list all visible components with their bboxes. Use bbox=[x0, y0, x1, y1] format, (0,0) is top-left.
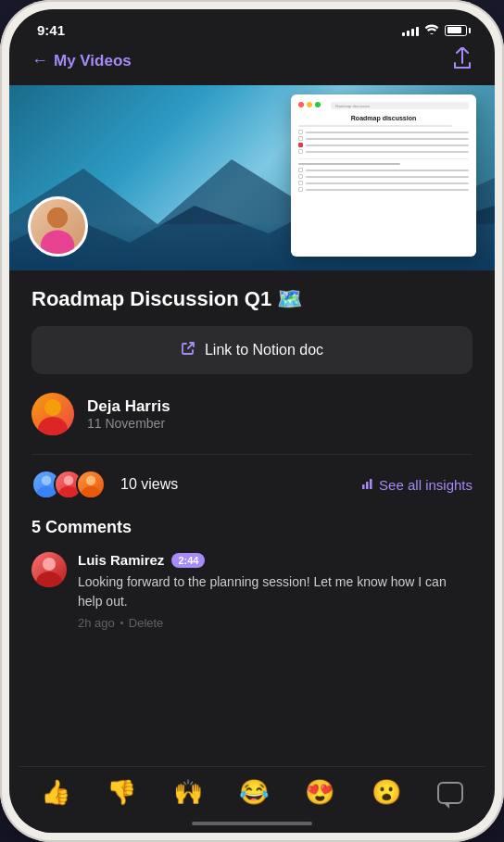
phone-frame: 9:41 ← bbox=[0, 0, 504, 842]
views-left: 10 views bbox=[32, 470, 178, 499]
svg-point-10 bbox=[82, 486, 101, 497]
svg-point-4 bbox=[38, 417, 68, 435]
views-row: 10 views See all insights bbox=[32, 470, 472, 499]
author-date: 11 November bbox=[87, 416, 170, 431]
signal-icon bbox=[402, 25, 419, 36]
back-button[interactable]: ← My Videos bbox=[32, 51, 132, 70]
comment-time-badge: 2:44 bbox=[171, 553, 205, 568]
back-arrow-icon: ← bbox=[32, 51, 48, 70]
heart-eyes-emoji[interactable]: 😍 bbox=[305, 778, 334, 807]
svg-point-3 bbox=[44, 399, 61, 416]
author-info: Deja Harris 11 November bbox=[87, 397, 170, 431]
status-time: 9:41 bbox=[37, 22, 65, 38]
viewer-avatars bbox=[32, 470, 98, 499]
comment-meta: 2h ago Delete bbox=[78, 616, 472, 630]
notion-link-label: Link to Notion doc bbox=[205, 342, 323, 358]
svg-point-7 bbox=[64, 475, 74, 485]
notion-item bbox=[298, 143, 469, 147]
comments-header: 5 Comments bbox=[32, 518, 472, 537]
author-avatar bbox=[32, 393, 74, 435]
svg-point-15 bbox=[36, 572, 62, 587]
battery-icon bbox=[445, 25, 467, 36]
commenter-avatar bbox=[32, 552, 67, 587]
svg-point-6 bbox=[37, 486, 57, 497]
insights-label: See all insights bbox=[379, 477, 472, 493]
viewer-avatar-3 bbox=[76, 470, 106, 499]
views-count: 10 views bbox=[120, 476, 178, 493]
author-person bbox=[32, 393, 74, 435]
svg-point-8 bbox=[59, 486, 79, 497]
svg-point-2 bbox=[47, 207, 68, 228]
content-area: Roadmap Discussion Q1 🗺️ Link to Notion … bbox=[9, 287, 495, 630]
svg-point-1 bbox=[41, 231, 74, 254]
comment-text: Looking forward to the planning session!… bbox=[78, 572, 472, 611]
nav-bar: ← My Videos bbox=[9, 44, 495, 85]
presenter-avatar bbox=[28, 196, 88, 257]
raised-hands-emoji[interactable]: 🙌 bbox=[173, 778, 203, 807]
laugh-emoji[interactable]: 😂 bbox=[239, 778, 269, 807]
comment-author: Luis Ramirez bbox=[78, 552, 164, 568]
notion-item bbox=[298, 136, 469, 141]
svg-point-14 bbox=[43, 558, 56, 571]
svg-rect-11 bbox=[362, 484, 365, 489]
svg-rect-12 bbox=[366, 482, 369, 489]
divider bbox=[32, 454, 472, 455]
notion-doc-title: Roadmap discussion bbox=[298, 115, 469, 121]
comment-separator bbox=[120, 622, 123, 624]
wifi-icon bbox=[424, 23, 439, 37]
comment-body: Luis Ramirez 2:44 Looking forward to the… bbox=[78, 552, 472, 630]
status-icons bbox=[402, 23, 467, 37]
svg-point-5 bbox=[42, 475, 52, 485]
notion-item bbox=[298, 130, 469, 134]
notion-top-bar: Roadmap discussion bbox=[298, 102, 469, 109]
see-all-insights-button[interactable]: See all insights bbox=[361, 477, 472, 493]
notion-line bbox=[298, 125, 452, 127]
presenter-person bbox=[31, 199, 85, 254]
insights-chart-icon bbox=[361, 477, 374, 493]
video-thumbnail[interactable]: Roadmap discussion Roadmap discussion bbox=[9, 85, 495, 270]
surprised-emoji[interactable]: 😮 bbox=[372, 778, 401, 807]
notion-dot-yellow bbox=[307, 102, 312, 107]
phone-screen: 9:41 ← bbox=[9, 9, 495, 833]
external-link-icon bbox=[181, 341, 195, 359]
thumbs-up-emoji[interactable]: 👍 bbox=[41, 778, 70, 807]
video-title: Roadmap Discussion Q1 🗺️ bbox=[32, 287, 472, 311]
svg-rect-13 bbox=[370, 479, 372, 489]
nav-title: My Videos bbox=[54, 52, 132, 70]
author-row: Deja Harris 11 November bbox=[32, 393, 472, 435]
thumbs-down-emoji[interactable]: 👎 bbox=[107, 778, 136, 807]
author-name: Deja Harris bbox=[87, 397, 170, 416]
notion-doc-overlay: Roadmap discussion Roadmap discussion bbox=[291, 94, 476, 257]
comment-ago: 2h ago bbox=[78, 616, 115, 630]
share-button[interactable] bbox=[452, 47, 472, 74]
delete-comment-button[interactable]: Delete bbox=[129, 616, 164, 630]
comment-item: Luis Ramirez 2:44 Looking forward to the… bbox=[32, 552, 472, 630]
notion-link-button[interactable]: Link to Notion doc bbox=[32, 326, 472, 374]
notion-dot-green bbox=[315, 102, 321, 107]
chat-icon[interactable] bbox=[437, 782, 463, 804]
notion-item bbox=[298, 149, 469, 154]
notch bbox=[183, 9, 321, 37]
home-indicator bbox=[192, 822, 312, 825]
svg-point-9 bbox=[86, 475, 96, 485]
comment-header: Luis Ramirez 2:44 bbox=[78, 552, 472, 568]
notion-dot-red bbox=[298, 102, 304, 107]
